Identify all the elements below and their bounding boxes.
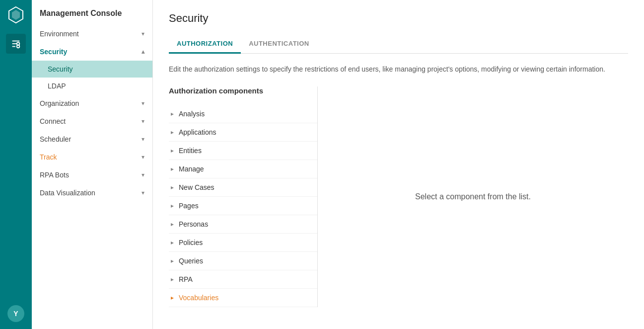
sidebar-item-rpa-bots[interactable]: RPA Bots ▾ [32, 166, 152, 184]
component-item-vocabularies[interactable]: ▸ Vocabularies [169, 289, 317, 307]
sidebar-item-organization-label: Organization [40, 99, 79, 107]
chevron-down-icon: ▾ [142, 189, 144, 196]
sidebar-item-connect-label: Connect [40, 117, 66, 125]
component-label-personas: Personas [179, 220, 208, 228]
components-layout: Authorization components ▸ Analysis ▸ Ap… [169, 86, 628, 307]
tab-authentication[interactable]: AUTHENTICATION [241, 35, 317, 54]
component-label-rpa: RPA [179, 275, 193, 283]
chevron-down-icon: ▾ [142, 100, 144, 107]
component-item-policies[interactable]: ▸ Policies [169, 234, 317, 252]
chevron-right-icon: ▸ [171, 257, 174, 264]
tab-authorization[interactable]: AUTHORIZATION [169, 35, 241, 54]
components-section-title: Authorization components [169, 86, 317, 99]
main-content-area: Security AUTHORIZATION AUTHENTICATION Ed… [153, 0, 644, 329]
component-label-vocabularies: Vocabularies [179, 294, 218, 302]
filter-nav-icon[interactable] [6, 34, 26, 54]
component-label-manage: Manage [179, 165, 204, 173]
sidebar-item-organization[interactable]: Organization ▾ [32, 94, 152, 112]
component-label-queries: Queries [179, 257, 203, 265]
chevron-right-icon: ▸ [171, 221, 174, 228]
chevron-down-icon: ▾ [142, 154, 144, 161]
sidebar-item-connect[interactable]: Connect ▾ [32, 112, 152, 130]
chevron-down-icon: ▾ [142, 136, 144, 143]
sidebar-title: Management Console [32, 0, 152, 25]
svg-point-6 [17, 42, 20, 45]
component-item-new-cases[interactable]: ▸ New Cases [169, 178, 317, 197]
component-label-pages: Pages [179, 202, 199, 210]
chevron-right-icon: ▸ [171, 147, 174, 154]
right-panel: Select a component from the list. [318, 86, 628, 307]
sidebar-item-data-visualization[interactable]: Data Visualization ▾ [32, 184, 152, 202]
sidebar: Management Console Environment ▾ Securit… [32, 0, 153, 329]
chevron-down-icon: ▾ [142, 30, 144, 37]
app-logo[interactable] [7, 6, 25, 24]
component-item-manage[interactable]: ▸ Manage [169, 160, 317, 178]
chevron-down-icon: ▾ [142, 118, 144, 125]
chevron-right-icon: ▸ [171, 294, 174, 301]
main-content: Security AUTHORIZATION AUTHENTICATION Ed… [153, 0, 644, 329]
chevron-down-icon: ▾ [142, 171, 144, 178]
chevron-right-icon: ▸ [171, 129, 174, 136]
component-label-entities: Entities [179, 147, 202, 155]
component-label-new-cases: New Cases [179, 183, 215, 191]
chevron-up-icon: ▴ [142, 48, 144, 55]
component-item-rpa[interactable]: ▸ RPA [169, 270, 317, 289]
icon-bar: Y [0, 0, 32, 329]
sidebar-item-security-label: Security [40, 48, 67, 56]
components-list: Authorization components ▸ Analysis ▸ Ap… [169, 86, 318, 307]
sidebar-item-security[interactable]: Security ▴ [32, 43, 152, 61]
svg-marker-1 [12, 10, 20, 20]
component-label-policies: Policies [179, 239, 203, 247]
sidebar-sub-item-security[interactable]: Security [32, 61, 152, 78]
chevron-right-icon: ▸ [171, 165, 174, 172]
component-item-entities[interactable]: ▸ Entities [169, 142, 317, 160]
chevron-right-icon: ▸ [171, 239, 174, 246]
chevron-right-icon: ▸ [171, 184, 174, 191]
user-avatar[interactable]: Y [7, 305, 24, 322]
sidebar-item-rpa-bots-label: RPA Bots [40, 171, 69, 179]
chevron-right-icon: ▸ [171, 202, 174, 209]
component-item-queries[interactable]: ▸ Queries [169, 252, 317, 270]
component-label-applications: Applications [179, 128, 216, 136]
sidebar-item-data-visualization-label: Data Visualization [40, 189, 95, 197]
component-item-analysis[interactable]: ▸ Analysis [169, 105, 317, 123]
description-text: Edit the authorization settings to speci… [169, 64, 628, 75]
page-title: Security [169, 12, 628, 25]
sidebar-item-environment-label: Environment [40, 30, 79, 38]
chevron-right-icon: ▸ [171, 110, 174, 117]
sidebar-item-track[interactable]: Track ▾ [32, 148, 152, 166]
sidebar-item-track-label: Track [40, 153, 57, 161]
tabs-bar: AUTHORIZATION AUTHENTICATION [169, 35, 628, 54]
chevron-right-icon: ▸ [171, 276, 174, 283]
sidebar-item-scheduler-label: Scheduler [40, 135, 71, 143]
sidebar-item-scheduler[interactable]: Scheduler ▾ [32, 130, 152, 148]
sidebar-item-environment[interactable]: Environment ▾ [32, 25, 152, 43]
select-prompt-text: Select a component from the list. [415, 192, 531, 201]
component-item-applications[interactable]: ▸ Applications [169, 123, 317, 142]
component-item-personas[interactable]: ▸ Personas [169, 215, 317, 234]
component-label-analysis: Analysis [179, 110, 205, 118]
component-item-pages[interactable]: ▸ Pages [169, 197, 317, 215]
sidebar-sub-item-ldap[interactable]: LDAP [32, 78, 152, 94]
